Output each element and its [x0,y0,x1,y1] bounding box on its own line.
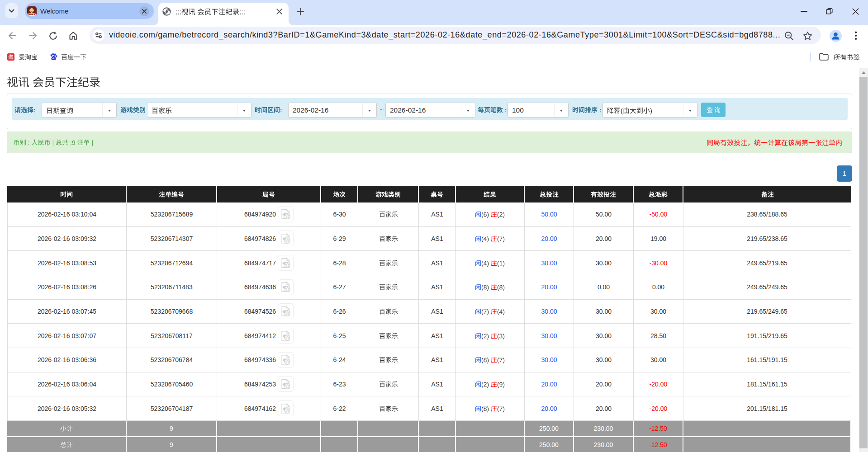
svg-text:du: du [52,57,55,60]
